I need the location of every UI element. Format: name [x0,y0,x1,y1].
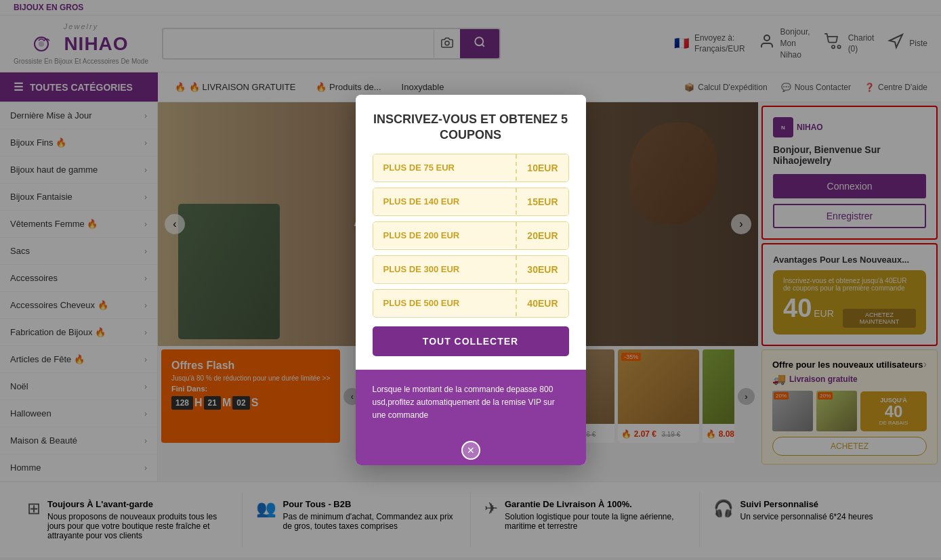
modal-footer-text: Lorsque le montant de la commande depass… [373,383,569,423]
coupon-row-4: PLUS DE 500 EUR 40EUR [373,289,569,318]
modal-footer: Lorsque le montant de la commande depass… [356,370,586,436]
coupon-label-1: PLUS DE 140 EUR [373,188,518,215]
coupon-label-4: PLUS DE 500 EUR [373,290,518,316]
coupon-value-0: 10EUR [517,154,568,181]
modal-close-area: ✕ [356,435,586,465]
coupon-value-1: 15EUR [517,188,568,215]
coupon-row-1: PLUS DE 140 EUR 15EUR [373,188,569,216]
modal-body: PLUS DE 75 EUR 10EUR PLUS DE 140 EUR 15E… [356,154,586,370]
coupon-row-2: PLUS DE 200 EUR 20EUR [373,221,569,250]
modal-title: INSCRIVEZ-VOUS ET OBTENEZ 5 COUPONS [373,112,569,144]
modal-overlay[interactable]: INSCRIVEZ-VOUS ET OBTENEZ 5 COUPONS PLUS… [0,0,941,557]
coupon-label-3: PLUS DE 300 EUR [373,256,518,282]
collect-all-button[interactable]: TOUT COLLECTER [373,326,569,356]
modal-close-button[interactable]: ✕ [461,441,480,460]
coupon-row-3: PLUS DE 300 EUR 30EUR [373,255,569,284]
modal-header: INSCRIVEZ-VOUS ET OBTENEZ 5 COUPONS [356,95,586,154]
modal-dialog: INSCRIVEZ-VOUS ET OBTENEZ 5 COUPONS PLUS… [356,95,586,465]
coupon-value-2: 20EUR [517,222,568,249]
coupon-row-0: PLUS DE 75 EUR 10EUR [373,154,569,182]
coupon-label-2: PLUS DE 200 EUR [373,222,518,249]
coupon-label-0: PLUS DE 75 EUR [373,154,518,181]
coupon-value-4: 40EUR [517,290,568,317]
coupon-value-3: 30EUR [517,256,568,283]
